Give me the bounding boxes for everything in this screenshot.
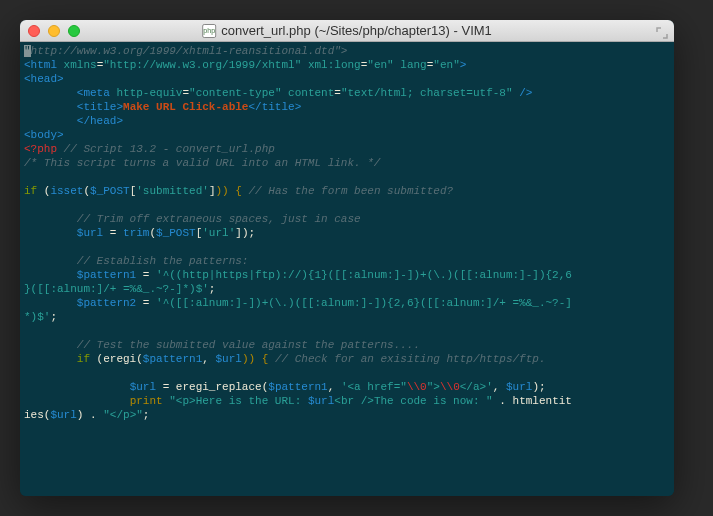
code-text: ; (143, 409, 150, 421)
code-text: <head> (24, 73, 64, 85)
code-text: , (493, 381, 506, 393)
code-editor[interactable]: "http://www.w3.org/1999/xhtml1-reansitio… (20, 42, 674, 496)
code-text: \\0 (407, 381, 427, 393)
code-text: lang (394, 59, 427, 71)
code-text: ( (136, 353, 143, 365)
code-text: $pattern2 (77, 297, 136, 309)
close-icon[interactable] (28, 25, 40, 37)
code-text: , (202, 353, 215, 365)
code-text: = (136, 269, 156, 281)
code-text: content (281, 87, 334, 99)
code-text: // Check for an exisiting http/https/ftp… (268, 353, 545, 365)
code-text: ); (532, 381, 545, 393)
code-text: "en" (367, 59, 393, 71)
code-text: , (328, 381, 341, 393)
code-text: = (156, 381, 176, 393)
code-text: = (334, 87, 341, 99)
code-text (24, 115, 77, 127)
code-text: = (103, 227, 123, 239)
code-text: )) { (215, 185, 241, 197)
code-text: ) . (77, 409, 103, 421)
code-text: $url (308, 395, 334, 407)
code-text: *)$' (24, 311, 50, 323)
code-text: // Script 13.2 - convert_url.php (57, 143, 275, 155)
code-text (24, 297, 77, 309)
code-text: $pattern1 (268, 381, 327, 393)
code-text: <html (24, 59, 57, 71)
file-icon: php (202, 24, 216, 38)
code-text: '<a href=" (341, 381, 407, 393)
code-text: if (77, 353, 90, 365)
code-text (24, 87, 77, 99)
code-text: /* This script turns a valid URL into an… (24, 157, 380, 169)
code-text: // Establish the patterns: (24, 255, 248, 267)
code-text: htmlentit (513, 395, 572, 407)
code-text: 'url' (202, 227, 235, 239)
code-text: = (136, 297, 156, 309)
code-text: isset (50, 185, 83, 197)
zoom-icon[interactable] (68, 25, 80, 37)
code-text: <br />The code is now: " (334, 395, 492, 407)
code-text: // Test the submitted value against the … (24, 339, 420, 351)
code-text: Make URL Click-able (123, 101, 248, 113)
code-text: "en" (433, 59, 459, 71)
code-text: // Has the form been submitted? (242, 185, 453, 197)
code-text: </title> (248, 101, 301, 113)
code-text: $_POST (156, 227, 196, 239)
code-text (24, 227, 77, 239)
code-text (24, 269, 77, 281)
code-text: }([[:alnum:]/+ =%&_.~?-]*)$' (24, 283, 209, 295)
code-text (24, 353, 77, 365)
code-text: ( (37, 185, 50, 197)
code-text (24, 395, 130, 407)
code-text: ; (50, 311, 57, 323)
code-text: "text/html; charset=utf-8" (341, 87, 513, 99)
titlebar[interactable]: php convert_url.php (~/Sites/php/chapter… (20, 20, 674, 42)
code-text: eregi (103, 353, 136, 365)
editor-window: php convert_url.php (~/Sites/php/chapter… (20, 20, 674, 496)
code-text: // Trim off extraneous spaces, just in c… (24, 213, 361, 225)
code-text: ; (209, 283, 216, 295)
code-text: <body> (24, 129, 64, 141)
code-text (24, 101, 77, 113)
code-text: $url (50, 409, 76, 421)
code-text (24, 381, 130, 393)
code-text: $pattern1 (77, 269, 136, 281)
minimize-icon[interactable] (48, 25, 60, 37)
code-text: http://www.w3.org/1999/xhtml1-reansition… (31, 45, 348, 57)
code-text: xmlns (57, 59, 97, 71)
code-text: "content-type" (189, 87, 281, 99)
cursor: " (24, 45, 31, 57)
code-text: > (460, 59, 467, 71)
code-text: "> (427, 381, 440, 393)
code-text: "</p>" (103, 409, 143, 421)
code-text: trim (123, 227, 149, 239)
window-title: convert_url.php (~/Sites/php/chapter13) … (221, 23, 492, 38)
code-text: "http://www.w3.org/1999/xhtml" (103, 59, 301, 71)
code-text: long (334, 59, 360, 71)
code-text: \\0 (440, 381, 460, 393)
code-text: $url (77, 227, 103, 239)
code-text: ]); (235, 227, 255, 239)
code-text: $url (130, 381, 156, 393)
code-text: $_POST (90, 185, 130, 197)
code-text: if (24, 185, 37, 197)
code-text: ( (90, 353, 103, 365)
code-text: $url (506, 381, 532, 393)
title-area: php convert_url.php (~/Sites/php/chapter… (202, 23, 492, 38)
fullscreen-icon[interactable] (656, 25, 668, 37)
code-text: <meta (77, 87, 110, 99)
code-text: <title> (77, 101, 123, 113)
code-text: '^((http|https|ftp)://){1}([[:alnum:]-])… (156, 269, 572, 281)
code-text: )) { (242, 353, 268, 365)
code-text: . (493, 395, 513, 407)
code-text: http-equiv (110, 87, 183, 99)
code-text: '^([[:alnum:]-])+(\.)([[:alnum:]-]){2,6}… (156, 297, 572, 309)
code-text: 'submitted' (136, 185, 209, 197)
code-text: "<p>Here is the URL: (163, 395, 308, 407)
traffic-lights (28, 25, 80, 37)
code-text: xml: (301, 59, 334, 71)
code-text: print (130, 395, 163, 407)
code-text: $url (215, 353, 241, 365)
code-text: $pattern1 (143, 353, 202, 365)
